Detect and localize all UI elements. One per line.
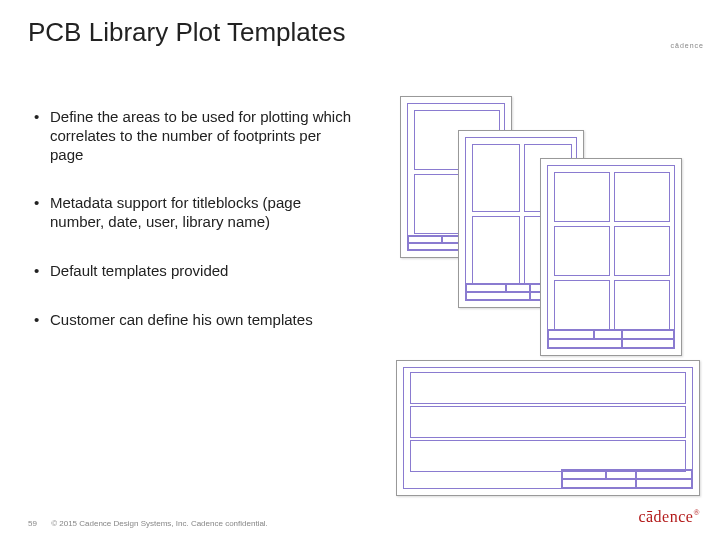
- bullet-item: Metadata support for titleblocks (page n…: [34, 194, 354, 232]
- bullet-list: Define the areas to be used for plotting…: [34, 108, 354, 359]
- template-preview-landscape: [396, 360, 700, 496]
- slide-title: PCB Library Plot Templates: [28, 18, 345, 47]
- bullet-item: Default templates provided: [34, 262, 354, 281]
- copyright-text: © 2015 Cadence Design Systems, Inc. Cade…: [51, 519, 268, 528]
- bullet-item: Customer can define his own templates: [34, 311, 354, 330]
- footer: 59 © 2015 Cadence Design Systems, Inc. C…: [28, 519, 268, 528]
- brand-mark-top: cādence: [671, 42, 704, 49]
- brand-logo-bottom: cādence®: [638, 508, 700, 526]
- template-preview-portrait-3: [540, 158, 682, 356]
- page-number: 59: [28, 519, 37, 528]
- bullet-item: Define the areas to be used for plotting…: [34, 108, 354, 164]
- slide: PCB Library Plot Templates cādence Defin…: [0, 0, 720, 540]
